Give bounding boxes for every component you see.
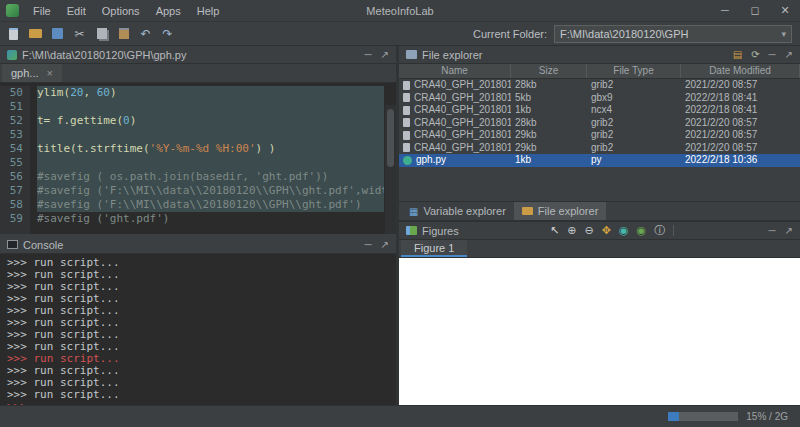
new-file-icon[interactable]: [6, 26, 21, 41]
editor-scrollbar[interactable]: [385, 105, 396, 234]
editor-file-path: F:\MI\data\20180120\GPH\gph.py: [22, 49, 187, 61]
column-header-name[interactable]: Name: [399, 64, 511, 78]
table-row[interactable]: CRA40_GPH_2018012...1kbncx42022/2/18 08:…: [399, 104, 800, 117]
minimize-icon[interactable]: ─: [365, 239, 372, 250]
file-name: CRA40_GPH_2018012...: [414, 142, 511, 155]
column-header-file-type[interactable]: File Type: [587, 64, 681, 78]
grid-icon: ▦: [409, 206, 418, 217]
right-column: File explorer ▤⟳─↗ NameSizeFile TypeDate…: [399, 46, 800, 405]
chevron-down-icon[interactable]: ▾: [781, 29, 786, 39]
current-folder-combobox[interactable]: F:\MI\data\20180120\GPH ▾: [554, 25, 792, 43]
float-icon[interactable]: ↗: [381, 49, 389, 60]
tab-file-explorer[interactable]: File explorer: [514, 202, 607, 220]
code-text: 0: [123, 114, 130, 127]
redo-icon[interactable]: ↷: [160, 26, 175, 41]
file-size: 5kb: [511, 92, 587, 105]
file-icon: [403, 143, 410, 152]
tab-label: File explorer: [538, 205, 599, 217]
figures-window-controls: ─↗: [769, 225, 793, 236]
file-icon: [403, 81, 410, 90]
console-window-controls: ─↗: [365, 239, 389, 250]
select-icon[interactable]: ↖: [550, 224, 559, 237]
table-row[interactable]: gph.py1kbpy2022/2/18 10:36: [399, 154, 800, 167]
code-line: ylim(20, 60): [37, 86, 384, 100]
minimize-icon[interactable]: ─: [769, 225, 776, 236]
main-toolbar: ✂↶↷ Current Folder: F:\MI\data\20180120\…: [0, 22, 800, 46]
code-text: 60: [97, 86, 110, 99]
console-titlebar: Console ─↗: [0, 236, 396, 254]
window-maximize-button[interactable]: ◻: [740, 1, 770, 20]
console-output[interactable]: >>> run script...>>> run script...>>> ru…: [0, 254, 396, 405]
file-type: py: [587, 154, 681, 167]
console-line: >>> run script...: [7, 389, 389, 401]
scrollbar-thumb[interactable]: [387, 109, 394, 167]
zoom-out-icon[interactable]: ⊖: [584, 224, 593, 237]
minimize-icon[interactable]: ─: [365, 49, 372, 60]
table-row[interactable]: CRA40_GPH_2018012...29kbgrib22021/2/20 0…: [399, 129, 800, 142]
toolbar-separator: [673, 225, 674, 236]
column-header-size[interactable]: Size: [511, 64, 587, 78]
menu-help[interactable]: Help: [189, 2, 228, 20]
zoom-in-icon[interactable]: ⊕: [567, 224, 576, 237]
menu-edit[interactable]: Edit: [59, 2, 94, 20]
identify-icon[interactable]: ⓘ: [654, 223, 665, 238]
code-text: ): [110, 86, 117, 99]
save-icon[interactable]: [50, 26, 65, 41]
menu-file[interactable]: File: [25, 2, 59, 20]
close-icon[interactable]: ×: [47, 67, 53, 79]
open-file-icon[interactable]: [28, 26, 43, 41]
code-text: ylim(: [37, 86, 70, 99]
file-name-cell: CRA40_GPH_2018012...: [399, 129, 511, 142]
file-icon: [403, 93, 410, 102]
layers-icon[interactable]: ◉: [637, 224, 647, 237]
table-row[interactable]: CRA40_GPH_2018012...28kbgrib22021/2/20 0…: [399, 117, 800, 130]
table-row[interactable]: CRA40_GPH_2018012...29kbgrib22021/2/20 0…: [399, 142, 800, 155]
copy-icon[interactable]: [94, 26, 109, 41]
memory-label: 15% / 2G: [746, 411, 788, 422]
code-text: [37, 100, 44, 113]
line-number: 50: [0, 86, 23, 100]
float-icon[interactable]: ↗: [785, 49, 793, 60]
paste-icon[interactable]: [116, 26, 131, 41]
file-name-cell: CRA40_GPH_2018012...: [399, 79, 511, 92]
figure-canvas[interactable]: [399, 258, 800, 405]
full-extent-icon[interactable]: ◉: [619, 224, 629, 237]
code-line: [37, 156, 384, 170]
menu-options[interactable]: Options: [94, 2, 148, 20]
memory-indicator[interactable]: [668, 412, 738, 421]
float-icon[interactable]: ↗: [785, 225, 793, 236]
window-close-button[interactable]: ✕: [770, 1, 800, 20]
file-size: 1kb: [511, 154, 587, 167]
figure-toolbar: ↖⊕⊖✥◉◉ⓘ: [550, 223, 665, 238]
app-logo-icon: [6, 4, 19, 17]
file-icon: [403, 118, 410, 127]
tab-variable-explorer[interactable]: ▦Variable explorer: [401, 202, 514, 220]
menu-apps[interactable]: Apps: [148, 2, 189, 20]
tab-gph-py[interactable]: gph... ×: [2, 64, 62, 82]
file-table-empty-area: [399, 167, 800, 202]
file-size: 29kb: [511, 142, 587, 155]
code-text: title(t.strftime(: [37, 142, 150, 155]
refresh-icon[interactable]: ⟳: [751, 49, 759, 60]
window-minimize-button[interactable]: ─: [710, 1, 740, 20]
code-text: ) ): [256, 142, 276, 155]
column-header-date-modified[interactable]: Date Modified: [681, 64, 800, 78]
table-row[interactable]: CRA40_GPH_2018012...5kbgbx92022/2/18 08:…: [399, 92, 800, 105]
code-line: #savefig ('F:\\MI\\data\\20180120\\GPH\\…: [37, 184, 384, 198]
code-editor[interactable]: 50515253545556575859 ylim(20, 60) t= f.g…: [0, 83, 396, 234]
code-lines: ylim(20, 60) t= f.gettime(0) title(t.str…: [30, 86, 384, 234]
figures-titlebar: Figures ↖⊕⊖✥◉◉ⓘ ─↗: [399, 222, 800, 240]
minimize-icon[interactable]: ─: [769, 49, 776, 60]
current-folder-group: Current Folder: F:\MI\data\20180120\GPH …: [473, 25, 792, 43]
cut-icon[interactable]: ✂: [72, 26, 87, 41]
console-panel: Console ─↗ >>> run script...>>> run scri…: [0, 234, 396, 405]
open-folder-icon[interactable]: ▤: [733, 49, 742, 60]
code-text: ,: [83, 86, 96, 99]
pan-icon[interactable]: ✥: [602, 224, 611, 237]
code-text: 20: [70, 86, 83, 99]
undo-icon[interactable]: ↶: [138, 26, 153, 41]
float-icon[interactable]: ↗: [381, 239, 389, 250]
tab-figure-1[interactable]: Figure 1: [401, 240, 467, 257]
python-file-icon: [403, 156, 412, 165]
table-row[interactable]: CRA40_GPH_2018012...28kbgrib22021/2/20 0…: [399, 79, 800, 92]
